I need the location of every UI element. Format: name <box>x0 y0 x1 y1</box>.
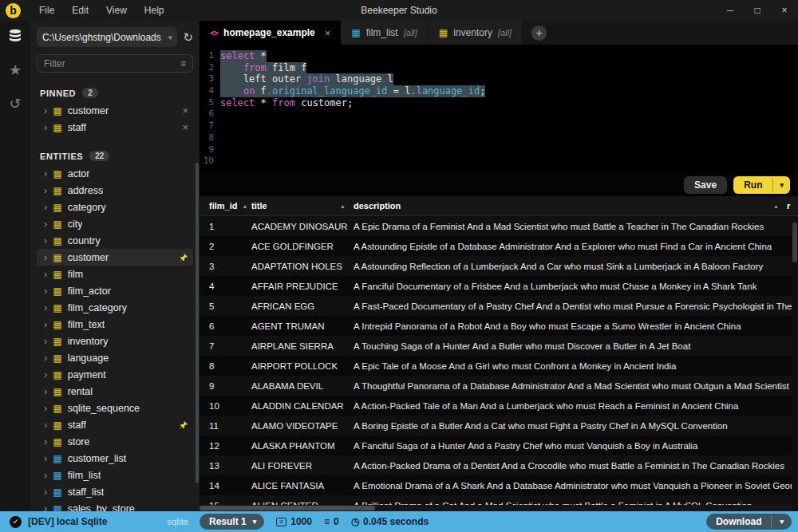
column-header-title[interactable]: title ▲ <box>251 201 354 211</box>
chevron-right-icon[interactable]: › <box>44 436 47 447</box>
chevron-right-icon[interactable]: › <box>44 336 47 346</box>
run-button[interactable]: Run ▾ <box>733 176 790 194</box>
chevron-right-icon[interactable]: › <box>44 185 47 195</box>
close-window-button[interactable]: × <box>771 0 798 21</box>
run-options-caret-icon[interactable]: ▾ <box>772 178 790 192</box>
chevron-right-icon[interactable]: › <box>44 487 47 497</box>
chevron-right-icon[interactable]: › <box>44 286 47 296</box>
chevron-right-icon[interactable]: › <box>44 470 47 480</box>
menu-view[interactable]: View <box>97 2 136 18</box>
refresh-icon[interactable]: ↻ <box>183 30 193 45</box>
entity-item-film[interactable]: ›▦film <box>37 266 193 282</box>
entity-item-sales_by_store[interactable]: ›▦sales_by_store <box>37 500 193 511</box>
table-row[interactable]: 9ALABAMA DEVILA Thoughtful Panorama of a… <box>200 376 798 396</box>
unpin-icon[interactable]: × <box>182 104 188 116</box>
results-vertical-scrollbar[interactable] <box>792 216 798 505</box>
table-row[interactable]: 8AIRPORT POLLOCKA Epic Tale of a Moose A… <box>200 356 798 376</box>
entity-item-city[interactable]: ›▦city <box>37 215 193 232</box>
entity-item-address[interactable]: ›▦address <box>37 182 193 199</box>
chevron-right-icon[interactable]: › <box>44 202 47 212</box>
chevron-right-icon[interactable]: › <box>44 302 47 313</box>
table-row[interactable]: 12ALASKA PHANTOMA Fanciful Saga of a Hun… <box>200 435 798 455</box>
pinned-item-staff[interactable]: ›▦staff× <box>37 119 193 136</box>
tab-homepage_example[interactable]: <>homepage_example× <box>200 21 341 45</box>
table-row[interactable]: 1ACADEMY DINOSAURA Epic Drama of a Femin… <box>200 216 798 236</box>
entity-item-category[interactable]: ›▦category <box>37 199 193 215</box>
chevron-right-icon[interactable]: › <box>44 269 47 279</box>
table-row[interactable]: 5AFRICAN EGGA Fast-Paced Documentary of … <box>200 296 798 316</box>
table-row[interactable]: 7AIRPLANE SIERRAA Touching Saga of a Hun… <box>200 336 798 356</box>
result-tab-selector[interactable]: Result 1 ▾ <box>200 514 264 530</box>
table-row[interactable]: 14ALICE FANTASIAA Emotional Drama of a A… <box>200 475 798 495</box>
entity-item-customer_list[interactable]: ›▦customer_list <box>37 450 193 467</box>
chevron-right-icon[interactable]: › <box>44 369 47 380</box>
close-tab-icon[interactable]: × <box>325 27 331 39</box>
entity-item-payment[interactable]: ›▦payment <box>37 366 193 383</box>
table-row[interactable]: 2ACE GOLDFINGERA Astounding Epistle of a… <box>200 236 798 256</box>
tab-inventory[interactable]: ▦inventory[all] <box>429 21 523 45</box>
chevron-right-icon[interactable]: › <box>44 235 47 246</box>
entity-item-inventory[interactable]: ›▦inventory <box>37 333 193 349</box>
filter-input[interactable] <box>44 58 180 69</box>
chevron-right-icon[interactable]: › <box>44 219 47 229</box>
pin-icon[interactable] <box>179 253 188 262</box>
new-tab-button[interactable]: + <box>531 26 547 41</box>
entity-item-film_actor[interactable]: ›▦film_actor <box>37 282 193 299</box>
chevron-right-icon[interactable]: › <box>44 386 47 396</box>
entity-item-sqlite_sequence[interactable]: ›▦sqlite_sequence <box>37 400 193 416</box>
chevron-right-icon[interactable]: › <box>44 420 47 430</box>
entity-item-film_category[interactable]: ›▦film_category <box>37 299 193 316</box>
menu-edit[interactable]: Edit <box>63 2 97 18</box>
chevron-right-icon[interactable]: › <box>44 168 47 179</box>
column-header-partial[interactable]: r <box>787 201 798 211</box>
chevron-right-icon[interactable]: › <box>44 403 47 413</box>
sidebar-scrollbar[interactable] <box>196 163 199 483</box>
entity-item-film_text[interactable]: ›▦film_text <box>37 316 193 333</box>
favorites-star-icon[interactable]: ★ <box>9 63 22 77</box>
database-icon[interactable] <box>7 28 23 44</box>
pin-icon[interactable] <box>179 420 188 430</box>
save-button[interactable]: Save <box>684 176 727 194</box>
entity-item-store[interactable]: ›▦store <box>37 433 193 450</box>
chevron-right-icon[interactable]: › <box>44 252 47 262</box>
minimize-button[interactable]: ─ <box>717 0 744 21</box>
entity-item-actor[interactable]: ›▦actor <box>37 165 193 182</box>
table-row[interactable]: 4AFFAIR PREJUDICEA Fanciful Documentary … <box>200 276 798 296</box>
entity-item-customer[interactable]: ›▦customer <box>37 249 193 266</box>
unpin-icon[interactable]: × <box>182 121 188 133</box>
entity-item-staff[interactable]: ›▦staff <box>37 416 193 433</box>
entity-item-rental[interactable]: ›▦rental <box>37 383 193 400</box>
pinned-section-header[interactable]: PINNED 2 <box>40 88 193 98</box>
entity-item-film_list[interactable]: ›▦film_list <box>37 467 193 483</box>
filter-icon[interactable]: ≡ <box>180 58 186 69</box>
chevron-right-icon[interactable]: › <box>44 319 47 329</box>
download-button[interactable]: Download ▾ <box>706 514 792 530</box>
entity-item-language[interactable]: ›▦language <box>37 349 193 366</box>
chevron-right-icon[interactable]: › <box>44 122 47 132</box>
table-row[interactable]: 10ALADDIN CALENDARA Action-Packed Tale o… <box>200 396 798 416</box>
pinned-item-customer[interactable]: ›▦customer× <box>37 102 193 119</box>
connection-selector[interactable]: C:\Users\ghstng\Downloads ▾ <box>37 27 177 47</box>
line-number: 2 <box>200 62 220 74</box>
column-header-description[interactable]: description ▲ <box>354 201 787 211</box>
entities-section-header[interactable]: ENTITIES 22 <box>40 151 193 161</box>
entity-item-country[interactable]: ›▦country <box>37 232 193 249</box>
chevron-right-icon[interactable]: › <box>44 105 47 116</box>
maximize-button[interactable]: □ <box>744 0 771 21</box>
table-row[interactable]: 11ALAMO VIDEOTAPEA Boring Epistle of a B… <box>200 416 798 435</box>
chevron-right-icon[interactable]: › <box>44 453 47 463</box>
results-horizontal-scrollbar[interactable] <box>200 505 792 511</box>
table-row[interactable]: 6AGENT TRUMANA Intrepid Panorama of a Ro… <box>200 316 798 336</box>
chevron-right-icon[interactable]: › <box>44 353 47 363</box>
chevron-right-icon[interactable]: › <box>44 503 47 511</box>
tab-film_list[interactable]: ▦film_list[all] <box>341 21 428 45</box>
table-row[interactable]: 13ALI FOREVERA Action-Packed Drama of a … <box>200 455 798 475</box>
sql-editor[interactable]: 1select *2 from film f3 left outer join … <box>200 45 798 174</box>
menu-file[interactable]: File <box>30 2 63 18</box>
menu-help[interactable]: Help <box>136 2 173 18</box>
history-icon[interactable]: ↺ <box>9 97 21 111</box>
download-options-caret-icon[interactable]: ▾ <box>771 515 792 528</box>
entity-item-staff_list[interactable]: ›▦staff_list <box>37 483 193 500</box>
column-header-film-id[interactable]: film_id ▲ <box>200 201 251 211</box>
table-row[interactable]: 3ADAPTATION HOLESA Astounding Reflection… <box>200 256 798 276</box>
